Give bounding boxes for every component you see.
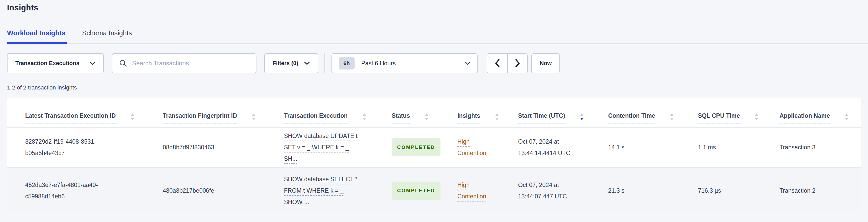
table-header-row: Latest Transaction Execution ID Transact…: [7, 98, 861, 128]
transaction-execution-link[interactable]: SHOW database UPDATE t SET v = _ WHERE k…: [284, 132, 358, 162]
column-header-sql-cpu-time: SQL CPU Time: [698, 112, 779, 127]
sort-icon[interactable]: [670, 113, 674, 121]
column-header-label[interactable]: Transaction Execution: [284, 112, 347, 123]
contention-time-cell: 14.1 s: [608, 141, 698, 153]
application-name-cell: Transaction 2: [779, 185, 853, 196]
transaction-execution-link[interactable]: SHOW database SELECT * FROM t WHERE k = …: [284, 176, 358, 205]
sort-desc-icon[interactable]: [580, 113, 584, 121]
sort-icon[interactable]: [754, 113, 759, 121]
now-button-label: Now: [540, 60, 552, 67]
tab-workload-insights[interactable]: Workload Insights: [7, 29, 65, 43]
insights-cell: High Contention: [457, 136, 496, 159]
chevron-down-icon: [90, 61, 95, 65]
column-header-label[interactable]: Contention Time: [608, 112, 655, 123]
column-header-label[interactable]: Latest Transaction Execution ID: [25, 112, 116, 123]
chevron-down-icon: [304, 61, 310, 65]
status-cell: COMPLETED: [392, 182, 457, 200]
column-header-transaction-execution: Transaction Execution: [284, 112, 392, 127]
column-header-insights: Insights: [457, 112, 518, 127]
insights-cell: High Contention: [457, 179, 496, 202]
time-range-pager: [487, 53, 528, 73]
latest-execution-id-cell: 328729d2-ff19-4408-8531-b05a5b4e43c7: [25, 136, 111, 159]
filters-label: Filters (0): [273, 60, 298, 67]
sort-icon[interactable]: [362, 113, 367, 121]
sql-cpu-time-cell: 1.1 ms: [698, 141, 779, 153]
sort-icon[interactable]: [424, 113, 429, 121]
toolbar-divider: [324, 53, 325, 73]
column-header-latest-execution-id: Latest Transaction Execution ID: [25, 112, 163, 127]
transaction-execution-cell: SHOW database UPDATE t SET v = _ WHERE k…: [284, 130, 369, 164]
status-cell: COMPLETED: [392, 138, 457, 156]
insight-link[interactable]: High Contention: [457, 138, 486, 156]
tab-label: Workload Insights: [7, 29, 65, 37]
chevron-down-icon: [465, 62, 470, 65]
table-row: 328729d2-ff19-4408-8531-b05a5b4e43c7 08d…: [7, 128, 861, 167]
application-name-cell: Transaction 3: [779, 141, 853, 153]
column-header-label[interactable]: Application Name: [779, 112, 830, 123]
chevron-left-icon: [495, 59, 500, 68]
column-header-start-time: Start Time (UTC): [518, 112, 608, 127]
insight-link[interactable]: High Contention: [457, 182, 486, 200]
time-range-badge: 6h: [339, 57, 354, 69]
view-type-value: Transaction Executions: [15, 60, 80, 67]
time-range-value: Past 6 Hours: [361, 60, 396, 67]
fingerprint-id-cell: 08d8b7d97f830463: [163, 141, 284, 153]
table-row: 452da3e7-e7fa-4801-aa40-c59988d14eb6 480…: [7, 167, 861, 213]
filters-button[interactable]: Filters (0): [264, 53, 318, 73]
time-range-select[interactable]: 6h Past 6 Hours: [332, 53, 477, 73]
chevron-right-icon: [515, 59, 520, 68]
transaction-execution-cell: SHOW database SELECT * FROM t WHERE k = …: [284, 173, 369, 208]
tab-label: Schema Insights: [82, 29, 132, 37]
column-header-label[interactable]: Status: [392, 112, 410, 123]
column-header-fingerprint-id: Transaction Fingerprint ID: [163, 112, 284, 127]
previous-range-button[interactable]: [487, 54, 507, 73]
latest-execution-id-cell: 452da3e7-e7fa-4801-aa40-c59988d14eb6: [25, 179, 111, 202]
contention-time-cell: 21.3 s: [608, 185, 698, 196]
column-header-label[interactable]: Start Time (UTC): [518, 112, 565, 123]
column-header-status: Status: [392, 112, 457, 127]
toolbar: Transaction Executions Filters (0) 6h Pa…: [7, 53, 861, 73]
tab-bar: Workload Insights Schema Insights: [7, 29, 868, 43]
view-type-select[interactable]: Transaction Executions: [7, 53, 104, 73]
next-range-button[interactable]: [507, 54, 527, 73]
fingerprint-id-cell: 480a8b217be006fe: [163, 185, 284, 196]
status-badge: COMPLETED: [392, 182, 440, 200]
column-header-application-name: Application Name: [779, 112, 853, 127]
column-header-label[interactable]: Insights: [457, 112, 480, 123]
column-header-label[interactable]: Transaction Fingerprint ID: [163, 112, 237, 123]
sql-cpu-time-cell: 716.3 µs: [698, 185, 779, 196]
sort-icon[interactable]: [844, 113, 849, 121]
tab-schema-insights[interactable]: Schema Insights: [82, 29, 132, 43]
sort-icon[interactable]: [495, 113, 499, 121]
search-box: [112, 53, 256, 73]
results-count: 1-2 of 2 transaction insights: [7, 84, 861, 91]
search-input[interactable]: [132, 60, 249, 67]
sort-icon[interactable]: [251, 113, 256, 121]
column-header-label[interactable]: SQL CPU Time: [698, 112, 740, 123]
insights-table-card: Latest Transaction Execution ID Transact…: [7, 98, 861, 213]
now-button[interactable]: Now: [531, 53, 560, 73]
column-header-contention-time: Contention Time: [608, 112, 698, 127]
search-icon: [119, 59, 127, 67]
status-badge: COMPLETED: [392, 138, 440, 156]
start-time-cell: Oct 07, 2024 at 13:44:07.447 UTC: [518, 179, 580, 202]
sort-icon[interactable]: [130, 113, 135, 121]
page-title: Insights: [7, 0, 861, 12]
start-time-cell: Oct 07, 2024 at 13:44:14.4414 UTC: [518, 136, 580, 159]
insights-page: Insights Workload Insights Schema Insigh…: [0, 0, 868, 213]
